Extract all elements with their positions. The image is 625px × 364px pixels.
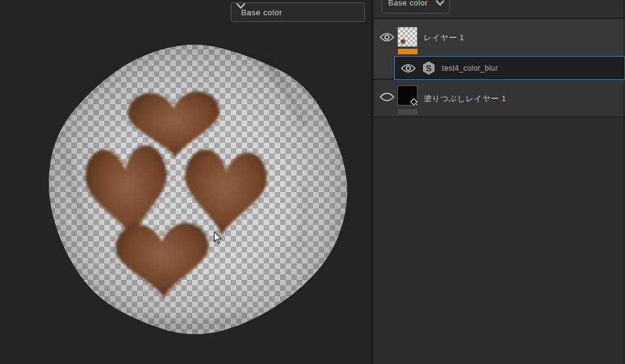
substance-material-icon: S	[422, 61, 435, 75]
app-window: Base color Base color	[0, 0, 625, 364]
visibility-eye-icon[interactable]	[400, 63, 416, 74]
chevron-down-icon	[236, 3, 245, 9]
layer-effect-row-selected[interactable]: S test4_color_blur	[394, 56, 625, 80]
layer-name: レイヤー 1	[424, 19, 464, 56]
viewport-channel-label: Base color	[241, 8, 282, 17]
channel-indicator-bar	[398, 49, 417, 54]
viewport-channel-dropdown[interactable]: Base color	[231, 2, 365, 22]
model-sphere	[49, 45, 347, 334]
layer-row-fill[interactable]: 塗りつぶしレイヤー 1	[374, 80, 625, 118]
chevron-down-icon	[436, 0, 444, 6]
paint-bucket-icon	[410, 98, 418, 106]
viewport-canvas	[0, 0, 374, 364]
layers-panel-header: Base color	[374, 0, 625, 19]
svg-text:S: S	[426, 63, 432, 73]
layer-group-1: レイヤー 1 S test4_color_blur	[374, 19, 625, 80]
layer-name: 塗りつぶしレイヤー 1	[424, 80, 506, 118]
visibility-eye-closed-icon[interactable]	[379, 91, 395, 102]
model-shading	[49, 45, 347, 334]
viewport-3d[interactable]: Base color	[0, 0, 374, 364]
channel-indicator-bar	[398, 109, 417, 115]
paint-smudge	[400, 39, 406, 45]
layer-row-paint[interactable]: レイヤー 1	[374, 19, 625, 56]
effect-name: test4_color_blur	[442, 64, 498, 73]
layer-thumbnail-checker[interactable]	[397, 27, 417, 47]
panel-channel-label: Base color	[388, 0, 428, 7]
visibility-eye-icon[interactable]	[379, 32, 395, 43]
panel-channel-dropdown[interactable]: Base color	[381, 0, 450, 13]
layer-thumbnail-fill[interactable]	[397, 85, 417, 105]
layers-panel: Base color レイヤー 1	[374, 0, 625, 364]
